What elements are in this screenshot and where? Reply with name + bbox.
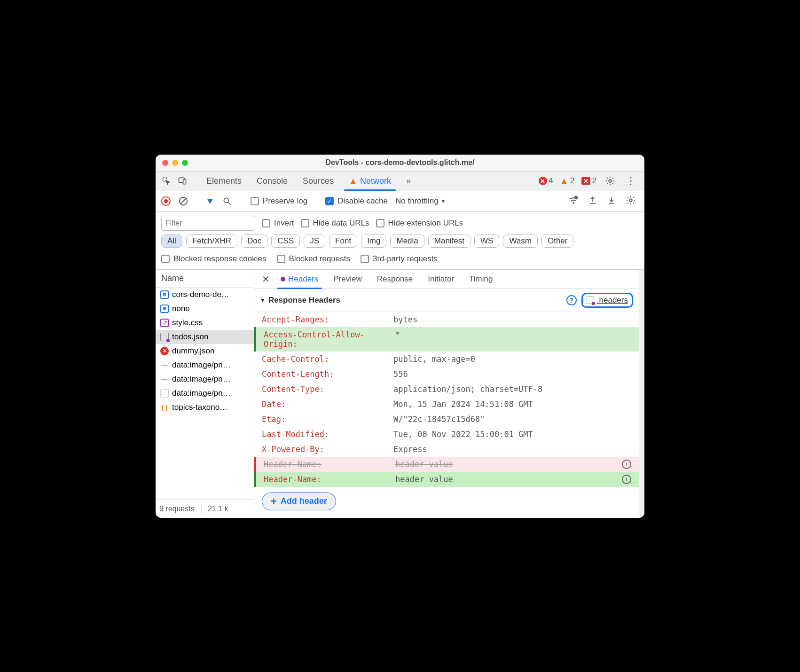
info-icon[interactable]: i	[622, 475, 631, 484]
blocked-requests-label: Blocked requests	[289, 254, 350, 264]
hide-data-urls-checkbox[interactable]: Hide data URLs	[301, 219, 369, 228]
close-icon[interactable]: ✕	[259, 273, 272, 285]
tab-sources[interactable]: Sources	[296, 172, 340, 191]
type-pill-other[interactable]: Other	[541, 234, 574, 248]
filter-input[interactable]	[161, 216, 255, 231]
invert-checkbox[interactable]: Invert	[262, 219, 294, 228]
close-window-icon[interactable]	[162, 160, 168, 166]
header-row[interactable]: Date:Mon, 15 Jan 2024 14:51:08 GMT	[254, 397, 639, 412]
request-row[interactable]: ≡cors-demo-de…	[156, 288, 254, 302]
header-row[interactable]: Last-Modified:Tue, 08 Nov 2022 15:00:01 …	[254, 427, 639, 442]
tab-console[interactable]: Console	[250, 172, 294, 191]
headers-override-link[interactable]: .headers	[581, 293, 633, 308]
header-row[interactable]: Cache-Control:public, max-age=0	[254, 352, 639, 367]
hide-ext-urls-label: Hide extension URLs	[388, 219, 463, 228]
extra-filters: Blocked response cookies Blocked request…	[156, 252, 644, 270]
disable-cache-checkbox[interactable]: ✓Disable cache	[325, 196, 388, 206]
svg-point-3	[609, 180, 612, 182]
download-icon[interactable]	[607, 195, 616, 207]
maximize-window-icon[interactable]	[182, 160, 188, 166]
header-row[interactable]: Content-Length:556	[254, 367, 639, 382]
header-name: Cache-Control:	[262, 354, 393, 364]
request-row[interactable]: todos.json	[156, 330, 254, 344]
header-row[interactable]: Header-Name:header valuei	[254, 472, 639, 487]
type-pill-ws[interactable]: WS	[474, 234, 499, 248]
record-icon[interactable]	[161, 196, 171, 206]
tab-elements[interactable]: Elements	[200, 172, 248, 191]
type-pill-doc[interactable]: Doc	[241, 234, 267, 248]
minimize-window-icon[interactable]	[172, 160, 178, 166]
type-pill-media[interactable]: Media	[390, 234, 424, 248]
request-row[interactable]: ✕dummy.json	[156, 344, 254, 358]
settings-icon[interactable]	[603, 174, 617, 188]
header-row[interactable]: Accept-Ranges:bytes	[254, 312, 639, 327]
request-row[interactable]: ▫data:image/pn…	[156, 386, 254, 400]
request-row[interactable]: ≡none	[156, 302, 254, 316]
third-party-label: 3rd-party requests	[373, 254, 438, 264]
more-tabs-icon: »	[406, 176, 411, 186]
errors-chip[interactable]: ✕4	[539, 176, 553, 186]
issues-chip[interactable]: ✕2	[581, 176, 596, 186]
request-row[interactable]: —data:image/pn…	[156, 372, 254, 386]
tab-preview[interactable]: Preview	[327, 273, 368, 286]
filter-icon[interactable]: ▼	[205, 196, 215, 206]
hide-ext-urls-checkbox[interactable]: Hide extension URLs	[376, 219, 463, 228]
type-pill-img[interactable]: Img	[361, 234, 386, 248]
name-column-header[interactable]: Name	[156, 270, 254, 288]
blocked-cookies-label: Blocked response cookies	[173, 254, 267, 264]
third-party-checkbox[interactable]: 3rd-party requests	[361, 254, 438, 264]
tab-timing[interactable]: Timing	[463, 273, 499, 286]
add-header-button[interactable]: + Add header	[262, 492, 336, 510]
throttling-dropdown[interactable]: No throttling▼	[395, 196, 446, 206]
info-icon[interactable]: i	[622, 460, 631, 469]
warnings-chip[interactable]: ▲2	[560, 176, 574, 186]
tab-initiator[interactable]: Initiator	[421, 273, 461, 286]
type-pill-fetchxhr[interactable]: Fetch/XHR	[186, 234, 237, 248]
upload-icon[interactable]	[588, 195, 597, 207]
type-pill-js[interactable]: JS	[304, 234, 325, 248]
preserve-log-checkbox[interactable]: Preserve log	[251, 196, 307, 206]
type-pill-all[interactable]: All	[161, 234, 182, 248]
svg-line-5	[181, 199, 186, 204]
hide-data-urls-label: Hide data URLs	[313, 219, 369, 228]
tab-more[interactable]: »	[400, 172, 417, 191]
request-row[interactable]: ↗style.css	[156, 316, 254, 330]
type-pill-wasm[interactable]: Wasm	[503, 234, 538, 248]
type-pill-font[interactable]: Font	[329, 234, 357, 248]
header-row[interactable]: Content-Type:application/json; charset=U…	[254, 382, 639, 397]
search-icon[interactable]	[222, 196, 232, 206]
panel-settings-icon[interactable]	[626, 195, 636, 208]
header-row[interactable]: Etag:W/"22c-18457c15d68"	[254, 412, 639, 427]
request-name: data:image/pn…	[172, 375, 231, 384]
request-row[interactable]: { }topics-taxono…	[156, 400, 254, 414]
header-value: application/json; charset=UTF-8	[393, 384, 631, 394]
network-conditions-icon[interactable]	[568, 195, 579, 208]
help-icon[interactable]: ?	[566, 295, 577, 305]
kebab-menu-icon[interactable]: ⋮	[624, 174, 638, 188]
titlebar: DevTools - cors-demo-devtools.glitch.me/	[156, 155, 644, 172]
header-row[interactable]: X-Powered-By:Express	[254, 442, 639, 457]
clear-icon[interactable]	[178, 196, 188, 206]
header-value: *	[395, 330, 631, 339]
tab-headers[interactable]: Headers	[274, 273, 325, 286]
tab-preview-label: Preview	[333, 274, 361, 284]
tab-sources-label: Sources	[303, 176, 334, 186]
blocked-cookies-checkbox[interactable]: Blocked response cookies	[161, 254, 267, 264]
tab-response[interactable]: Response	[370, 273, 420, 286]
type-pill-manifest[interactable]: Manifest	[428, 234, 471, 248]
request-row[interactable]: —data:image/pn…	[156, 358, 254, 372]
errors-count: 4	[549, 176, 553, 186]
header-name: Date:	[262, 399, 393, 409]
response-headers-section[interactable]: ▼ Response Headers ? .headers	[254, 289, 639, 312]
inspect-icon[interactable]	[159, 174, 173, 188]
window-title: DevTools - cors-demo-devtools.glitch.me/	[156, 158, 644, 167]
header-name: X-Powered-By:	[262, 445, 393, 454]
header-row[interactable]: Header-Name:header valuei	[254, 457, 639, 472]
blocked-requests-checkbox[interactable]: Blocked requests	[277, 254, 350, 264]
header-row[interactable]: Access-Control-Allow-Origin:*	[254, 327, 639, 352]
scrollbar[interactable]	[639, 270, 644, 518]
detail-tabs: ✕ Headers Preview Response Initiator Tim…	[254, 270, 639, 289]
tab-network[interactable]: ▲ Network	[342, 172, 398, 191]
type-pill-css[interactable]: CSS	[271, 234, 300, 248]
device-toggle-icon[interactable]	[175, 174, 189, 188]
